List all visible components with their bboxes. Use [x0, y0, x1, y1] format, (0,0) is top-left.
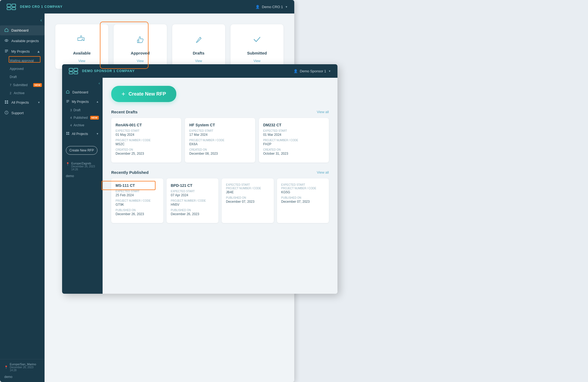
card-submitted[interactable]: Submitted View	[231, 24, 283, 69]
svg-rect-22	[66, 132, 67, 133]
sidebar-item-all-projects[interactable]: All Projects ▼	[0, 97, 45, 107]
card-submitted-title: Submitted	[247, 51, 267, 55]
recently-published-view-all[interactable]: View all	[317, 170, 329, 174]
sponsor-expand-icon: ▲	[96, 100, 99, 103]
cro-sidebar: ‹ Dashboard Available projects	[0, 13, 45, 382]
pub-2-num: HN5V	[171, 203, 214, 207]
create-rfp-button[interactable]: + Create New RFP	[111, 86, 176, 102]
sponsor-chevron-icon: ▼	[328, 70, 331, 73]
draft-1-title: RenAN-001 CT	[116, 123, 177, 127]
sponsor-sidebar-my-projects[interactable]: My Projects ▲	[62, 97, 103, 106]
sponsor-logo-icon	[69, 67, 79, 75]
sponsor-main: + Create New RFP Recent Drafts View all …	[103, 78, 337, 294]
draft-2-start-label: Expected Start	[189, 129, 251, 132]
sidebar-subitem-submitted[interactable]: 7 Submitted NEW	[0, 81, 45, 89]
draft-card-2[interactable]: HF System CT Expected Start 17 Mar 2024 …	[185, 118, 255, 163]
card-drafts-title: Drafts	[193, 51, 204, 55]
published-grid: MS-111 CT Expected Start 25 Feb 2024 Pro…	[111, 178, 329, 223]
card-submitted-link[interactable]: View	[254, 59, 261, 63]
pub-4-pub: December 07, 2023	[281, 200, 325, 204]
chevron-down-icon: ▼	[285, 5, 288, 8]
draft-2-created: December 08, 2023	[189, 152, 251, 155]
sponsor-published-label: Published	[73, 116, 88, 120]
sponsor-subitem-draft[interactable]: 3 Draft	[62, 106, 103, 114]
sidebar-subitem-archive[interactable]: 2 Archive	[0, 89, 45, 97]
sidebar-item-dashboard[interactable]: Dashboard	[0, 25, 45, 35]
svg-rect-19	[66, 100, 69, 101]
draft-2-created-label: Created On	[189, 148, 251, 151]
sidebar-item-my-projects[interactable]: My Projects ▲	[0, 46, 45, 56]
pub-2-num-label: Project number / code	[171, 199, 214, 202]
plus-icon: +	[121, 90, 125, 98]
sidebar-subitem-approved[interactable]: Approved	[0, 65, 45, 73]
all-projects-icon	[4, 100, 9, 105]
cro-user-name: Demo CRO 1	[262, 5, 283, 9]
draft-label: Draft	[10, 75, 17, 79]
recent-drafts-view-all[interactable]: View all	[317, 110, 329, 114]
svg-rect-11	[5, 102, 6, 104]
card-available-link[interactable]: View	[78, 59, 85, 63]
sidebar-subitem-waiting-approval[interactable]: Waiting approval	[0, 57, 45, 65]
drafts-grid: RenAN-001 CT Expected Start 01 May 2024 …	[111, 118, 329, 163]
svg-rect-16	[74, 68, 78, 71]
draft-card-3[interactable]: DM232 CT Expected Start 01 Mar 2024 Proj…	[259, 118, 329, 163]
svg-point-4	[5, 39, 8, 42]
submitted-label: Submitted	[13, 83, 28, 87]
sponsor-sidebar-collapse[interactable]: ‹	[62, 81, 103, 87]
logo-icon	[6, 3, 17, 11]
new-badge-published: NEW	[90, 116, 99, 120]
pub-2-pub-label: Published On	[171, 209, 214, 212]
card-drafts-link[interactable]: View	[195, 59, 202, 63]
sponsor-window: DEMO SPONSOR 1 COMPANY 👤 Demo Sponsor 1 …	[62, 64, 337, 294]
draft-card-1[interactable]: RenAN-001 CT Expected Start 01 May 2024 …	[111, 118, 181, 163]
sponsor-projects-icon	[66, 99, 70, 104]
sidebar-label-available: Available projects	[11, 39, 39, 43]
published-card-3[interactable]: Expected Start Project number / code JB4…	[222, 178, 274, 223]
pub-1-start: 25 Feb 2024	[116, 193, 159, 197]
sponsor-sidebar-dashboard[interactable]: Dashboard	[62, 87, 103, 97]
sidebar-item-available-projects[interactable]: Available projects	[0, 36, 45, 46]
svg-rect-20	[66, 101, 69, 102]
pub-2-start: 07 Apr 2024	[171, 193, 214, 197]
archive-count: 2	[10, 92, 11, 95]
draft-3-title: DM232 CT	[263, 123, 325, 127]
sponsor-subitem-published[interactable]: 4 Published NEW	[62, 114, 103, 121]
published-card-4[interactable]: Expected Start Project number / code KG5…	[277, 178, 329, 223]
sponsor-user-label: demo	[66, 174, 99, 178]
sponsor-subitem-archive[interactable]: 4 Archive	[62, 121, 103, 129]
card-drafts[interactable]: Drafts View	[172, 24, 225, 69]
sidebar-create-rfp-button[interactable]: Create New RFP	[66, 146, 97, 155]
card-approved-link[interactable]: View	[137, 59, 144, 63]
published-card-1[interactable]: MS-111 CT Expected Start 25 Feb 2024 Pro…	[111, 178, 163, 223]
sponsor-sidebar: ‹ Dashboard My Projects ▲	[62, 78, 103, 294]
card-approved[interactable]: Approved View	[114, 24, 167, 69]
pub-2-title: BPD-121 CT	[171, 183, 214, 188]
pub-1-title: MS-111 CT	[116, 183, 159, 188]
pub-1-num: GT9K	[116, 203, 159, 207]
svg-rect-24	[66, 134, 67, 135]
pub-3-num-label: Project number / code	[226, 187, 269, 190]
pub-3-pub: December 07, 2023	[226, 200, 269, 204]
cro-user-info[interactable]: 👤 Demo CRO 1 ▼	[255, 5, 288, 9]
svg-rect-17	[69, 72, 73, 74]
support-label: Support	[11, 111, 24, 115]
draft-3-start: 01 Mar 2024	[263, 133, 325, 137]
pub-4-num: KG5G	[281, 190, 325, 194]
sponsor-logo: DEMO SPONSOR 1 COMPANY	[69, 67, 135, 75]
create-rfp-label: Create New RFP	[129, 91, 166, 97]
all-projects-label: All Projects	[11, 100, 29, 104]
sponsor-time: 14:26	[71, 168, 95, 171]
draft-1-num: MS2C	[116, 142, 177, 146]
pub-2-start-label: Expected Start	[171, 190, 214, 193]
svg-rect-10	[7, 100, 8, 102]
support-icon	[4, 110, 9, 116]
sidebar-item-support[interactable]: Support	[0, 108, 45, 118]
sponsor-all-projects[interactable]: All Projects ▼	[62, 129, 103, 138]
sponsor-user-info[interactable]: 👤 Demo Sponsor 1 ▼	[293, 69, 331, 73]
published-card-2[interactable]: BPD-121 CT Expected Start 07 Apr 2024 Pr…	[167, 178, 219, 223]
sidebar-subitem-draft[interactable]: Draft	[0, 73, 45, 81]
card-available[interactable]: Available View	[55, 24, 108, 69]
draft-3-num: FH2P	[263, 142, 325, 146]
draft-1-start: 01 May 2024	[116, 133, 177, 137]
sidebar-collapse-button[interactable]: ‹	[0, 18, 45, 25]
